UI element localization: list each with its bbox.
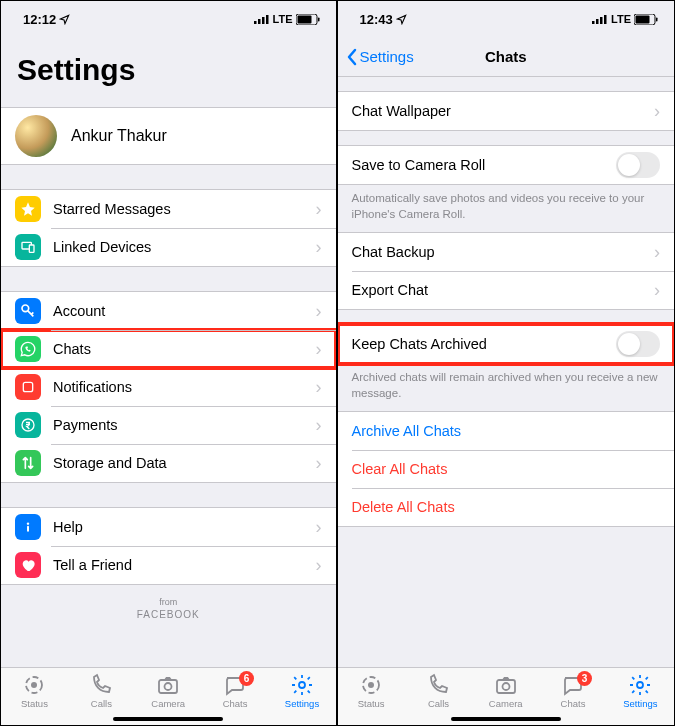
settings-row-account[interactable]: Account› xyxy=(1,292,336,330)
chevron-right-icon: › xyxy=(316,301,322,322)
tab-status[interactable]: Status xyxy=(340,673,402,709)
devices-icon xyxy=(15,234,41,260)
status-time: 12:12 xyxy=(23,12,56,27)
row-label: Account xyxy=(53,303,316,319)
row-chat-backup[interactable]: Chat Backup › xyxy=(338,233,675,271)
tab-camera[interactable]: Camera xyxy=(137,673,199,709)
svg-point-29 xyxy=(502,683,509,690)
caption-keep-archived: Archived chats will remain archived when… xyxy=(338,364,675,411)
svg-rect-25 xyxy=(656,17,658,21)
settings-row-chats[interactable]: Chats› xyxy=(1,330,336,368)
row-label: Payments xyxy=(53,417,316,433)
tab-label: Settings xyxy=(623,698,657,709)
tab-label: Calls xyxy=(91,698,112,709)
toggle-keep-archived[interactable] xyxy=(616,331,660,357)
signal-icon xyxy=(254,14,270,24)
svg-point-17 xyxy=(165,683,172,690)
phone-chats-settings: 12:43 LTE Settings Chats Chat Wallpaper … xyxy=(338,1,675,725)
status-time: 12:43 xyxy=(360,12,393,27)
location-icon xyxy=(396,14,407,25)
svg-rect-28 xyxy=(497,680,515,693)
settings-row-notifications[interactable]: Notifications› xyxy=(1,368,336,406)
settings-row-storage-and-data[interactable]: Storage and Data› xyxy=(1,444,336,482)
tab-label: Camera xyxy=(489,698,523,709)
star-icon xyxy=(15,196,41,222)
chevron-right-icon: › xyxy=(316,237,322,258)
row-delete-all[interactable]: Delete All Chats xyxy=(338,488,675,526)
home-indicator xyxy=(451,717,561,721)
chevron-right-icon: › xyxy=(654,242,660,263)
tab-label: Camera xyxy=(151,698,185,709)
bell-icon xyxy=(15,374,41,400)
status-network: LTE xyxy=(611,13,631,25)
profile-row[interactable]: Ankur Thakur xyxy=(1,108,336,164)
whatsapp-icon xyxy=(15,336,41,362)
row-save-camera-roll[interactable]: Save to Camera Roll xyxy=(338,146,675,184)
row-export-chat[interactable]: Export Chat › xyxy=(338,271,675,309)
svg-rect-21 xyxy=(600,17,603,24)
tab-chats[interactable]: Chats3 xyxy=(542,673,604,709)
tab-calls[interactable]: Calls xyxy=(407,673,469,709)
arrows-icon xyxy=(15,450,41,476)
chevron-right-icon: › xyxy=(654,101,660,122)
tab-status[interactable]: Status xyxy=(3,673,65,709)
row-label: Chats xyxy=(53,341,316,357)
chevron-right-icon: › xyxy=(316,555,322,576)
settings-row-starred-messages[interactable]: Starred Messages› xyxy=(1,190,336,228)
row-archive-all[interactable]: Archive All Chats xyxy=(338,412,675,450)
row-label: Linked Devices xyxy=(53,239,316,255)
row-label: Tell a Friend xyxy=(53,557,316,573)
settings-icon xyxy=(290,673,314,697)
settings-row-tell-a-friend[interactable]: Tell a Friend› xyxy=(1,546,336,584)
tab-settings[interactable]: Settings xyxy=(609,673,671,709)
tab-label: Status xyxy=(21,698,48,709)
signal-icon xyxy=(592,14,608,24)
tab-label: Settings xyxy=(285,698,319,709)
svg-rect-22 xyxy=(604,15,607,24)
calls-icon xyxy=(426,673,450,697)
settings-row-linked-devices[interactable]: Linked Devices› xyxy=(1,228,336,266)
chevron-right-icon: › xyxy=(316,517,322,538)
tab-settings[interactable]: Settings xyxy=(271,673,333,709)
tab-calls[interactable]: Calls xyxy=(70,673,132,709)
svg-rect-10 xyxy=(23,382,32,391)
row-clear-all[interactable]: Clear All Chats xyxy=(338,450,675,488)
settings-row-payments[interactable]: Payments› xyxy=(1,406,336,444)
chevron-right-icon: › xyxy=(316,415,322,436)
tab-chats[interactable]: Chats6 xyxy=(204,673,266,709)
row-chat-wallpaper[interactable]: Chat Wallpaper › xyxy=(338,92,675,130)
back-button[interactable]: Settings xyxy=(346,48,414,66)
tab-label: Chats xyxy=(223,698,248,709)
status-icon xyxy=(22,673,46,697)
location-icon xyxy=(59,14,70,25)
row-label: Help xyxy=(53,519,316,535)
svg-rect-5 xyxy=(297,15,311,23)
caption-save-camera: Automatically save photos and videos you… xyxy=(338,185,675,232)
page-title: Settings xyxy=(1,37,336,107)
tab-label: Calls xyxy=(428,698,449,709)
svg-point-30 xyxy=(637,682,643,688)
chevron-right-icon: › xyxy=(316,199,322,220)
chevron-right-icon: › xyxy=(316,453,322,474)
svg-rect-0 xyxy=(254,21,257,24)
row-keep-chats-archived[interactable]: Keep Chats Archived xyxy=(338,325,675,363)
toggle-save-camera-roll[interactable] xyxy=(616,152,660,178)
chevron-right-icon: › xyxy=(654,280,660,301)
svg-rect-24 xyxy=(636,15,650,23)
nav-title: Chats xyxy=(485,48,527,65)
svg-rect-1 xyxy=(258,19,261,24)
svg-point-27 xyxy=(368,682,374,688)
svg-point-12 xyxy=(27,522,29,524)
settings-row-help[interactable]: Help› xyxy=(1,508,336,546)
rupee-icon xyxy=(15,412,41,438)
row-label: Starred Messages xyxy=(53,201,316,217)
tab-badge: 3 xyxy=(577,671,592,686)
svg-rect-2 xyxy=(262,17,265,24)
tab-badge: 6 xyxy=(239,671,254,686)
tab-camera[interactable]: Camera xyxy=(475,673,537,709)
info-icon xyxy=(15,514,41,540)
svg-point-18 xyxy=(299,682,305,688)
settings-icon xyxy=(628,673,652,697)
home-indicator xyxy=(113,717,223,721)
footer-text: from FACEBOOK xyxy=(1,585,336,626)
